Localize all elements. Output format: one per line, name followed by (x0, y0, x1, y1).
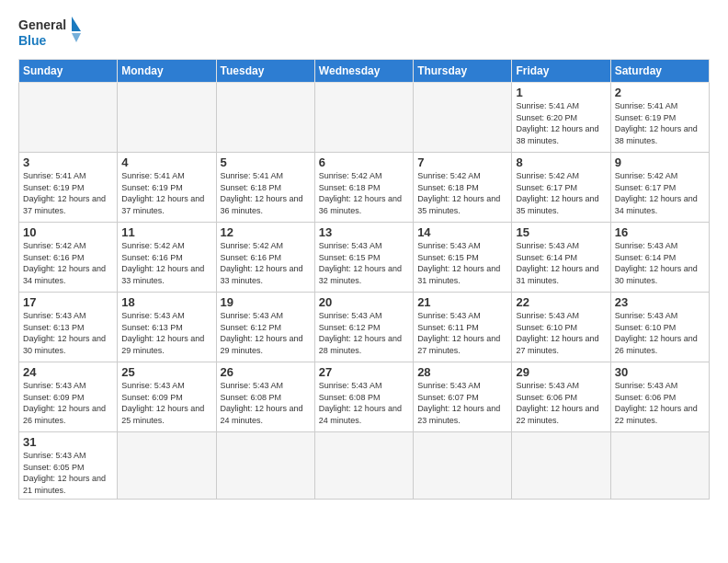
svg-marker-2 (72, 17, 81, 31)
day-number: 15 (516, 225, 606, 239)
day-info: Sunrise: 5:41 AM Sunset: 6:20 PM Dayligh… (516, 100, 606, 146)
calendar-day: 3Sunrise: 5:41 AM Sunset: 6:19 PM Daylig… (19, 153, 118, 223)
calendar-day: 12Sunrise: 5:42 AM Sunset: 6:16 PM Dayli… (216, 223, 314, 293)
day-number: 4 (121, 155, 211, 169)
day-number: 3 (23, 155, 113, 169)
calendar-day: 20Sunrise: 5:43 AM Sunset: 6:12 PM Dayli… (314, 293, 413, 362)
day-number: 20 (319, 295, 409, 309)
day-number: 21 (417, 295, 507, 309)
calendar-day: 31Sunrise: 5:43 AM Sunset: 6:05 PM Dayli… (19, 432, 118, 500)
day-info: Sunrise: 5:41 AM Sunset: 6:18 PM Dayligh… (221, 170, 311, 216)
day-info: Sunrise: 5:42 AM Sunset: 6:16 PM Dayligh… (121, 240, 211, 286)
calendar-day: 15Sunrise: 5:43 AM Sunset: 6:14 PM Dayli… (512, 223, 610, 293)
day-info: Sunrise: 5:43 AM Sunset: 6:13 PM Dayligh… (23, 310, 113, 356)
calendar-day (314, 83, 413, 153)
day-number: 28 (417, 365, 507, 379)
col-header-wednesday: Wednesday (314, 60, 413, 83)
day-number: 30 (615, 365, 705, 379)
calendar-day: 5Sunrise: 5:41 AM Sunset: 6:18 PM Daylig… (216, 153, 314, 223)
col-header-saturday: Saturday (610, 60, 709, 83)
day-info: Sunrise: 5:43 AM Sunset: 6:10 PM Dayligh… (615, 310, 705, 356)
calendar-week-row: 3Sunrise: 5:41 AM Sunset: 6:19 PM Daylig… (19, 153, 710, 223)
calendar-day: 26Sunrise: 5:43 AM Sunset: 6:08 PM Dayli… (216, 362, 314, 432)
calendar-header-row: SundayMondayTuesdayWednesdayThursdayFrid… (19, 60, 710, 83)
calendar-day: 14Sunrise: 5:43 AM Sunset: 6:15 PM Dayli… (414, 223, 512, 293)
col-header-monday: Monday (118, 60, 216, 83)
calendar-day: 17Sunrise: 5:43 AM Sunset: 6:13 PM Dayli… (19, 293, 118, 362)
day-info: Sunrise: 5:43 AM Sunset: 6:09 PM Dayligh… (121, 380, 211, 426)
day-number: 2 (615, 86, 705, 99)
calendar-day (610, 432, 709, 500)
day-info: Sunrise: 5:43 AM Sunset: 6:10 PM Dayligh… (516, 310, 606, 356)
calendar-day: 16Sunrise: 5:43 AM Sunset: 6:14 PM Dayli… (610, 223, 709, 293)
day-number: 29 (516, 365, 606, 379)
day-info: Sunrise: 5:41 AM Sunset: 6:19 PM Dayligh… (121, 170, 211, 216)
calendar-day: 21Sunrise: 5:43 AM Sunset: 6:11 PM Dayli… (414, 293, 512, 362)
calendar-day: 23Sunrise: 5:43 AM Sunset: 6:10 PM Dayli… (610, 293, 709, 362)
day-number: 24 (23, 365, 113, 379)
day-info: Sunrise: 5:43 AM Sunset: 6:05 PM Dayligh… (23, 450, 113, 496)
calendar-day (314, 432, 413, 500)
day-info: Sunrise: 5:42 AM Sunset: 6:17 PM Dayligh… (615, 170, 705, 216)
day-number: 17 (23, 295, 113, 309)
day-info: Sunrise: 5:42 AM Sunset: 6:16 PM Dayligh… (221, 240, 311, 286)
svg-text:General: General (18, 17, 66, 32)
day-info: Sunrise: 5:43 AM Sunset: 6:06 PM Dayligh… (516, 380, 606, 426)
calendar-week-row: 24Sunrise: 5:43 AM Sunset: 6:09 PM Dayli… (19, 362, 710, 432)
calendar-day: 4Sunrise: 5:41 AM Sunset: 6:19 PM Daylig… (118, 153, 216, 223)
day-info: Sunrise: 5:43 AM Sunset: 6:14 PM Dayligh… (516, 240, 606, 286)
calendar-day (118, 432, 216, 500)
calendar-day (216, 83, 314, 153)
calendar-day: 22Sunrise: 5:43 AM Sunset: 6:10 PM Dayli… (512, 293, 610, 362)
logo-svg: General Blue (18, 15, 83, 52)
day-info: Sunrise: 5:43 AM Sunset: 6:15 PM Dayligh… (319, 240, 409, 286)
calendar-week-row: 31Sunrise: 5:43 AM Sunset: 6:05 PM Dayli… (19, 432, 710, 500)
day-number: 12 (221, 225, 311, 239)
day-number: 1 (516, 86, 606, 99)
day-number: 19 (221, 295, 311, 309)
calendar-day: 27Sunrise: 5:43 AM Sunset: 6:08 PM Dayli… (314, 362, 413, 432)
day-info: Sunrise: 5:43 AM Sunset: 6:07 PM Dayligh… (417, 380, 507, 426)
day-number: 31 (23, 435, 113, 449)
day-number: 11 (121, 225, 211, 239)
calendar-day: 11Sunrise: 5:42 AM Sunset: 6:16 PM Dayli… (118, 223, 216, 293)
day-info: Sunrise: 5:42 AM Sunset: 6:18 PM Dayligh… (417, 170, 507, 216)
day-info: Sunrise: 5:41 AM Sunset: 6:19 PM Dayligh… (615, 100, 705, 146)
logo: General Blue (18, 15, 83, 52)
calendar-day (414, 432, 512, 500)
day-number: 16 (615, 225, 705, 239)
day-info: Sunrise: 5:43 AM Sunset: 6:14 PM Dayligh… (615, 240, 705, 286)
day-info: Sunrise: 5:43 AM Sunset: 6:12 PM Dayligh… (221, 310, 311, 356)
svg-marker-3 (72, 33, 81, 42)
day-number: 5 (221, 155, 311, 169)
col-header-tuesday: Tuesday (216, 60, 314, 83)
calendar-day: 13Sunrise: 5:43 AM Sunset: 6:15 PM Dayli… (314, 223, 413, 293)
day-number: 7 (417, 155, 507, 169)
calendar-day: 6Sunrise: 5:42 AM Sunset: 6:18 PM Daylig… (314, 153, 413, 223)
day-number: 25 (121, 365, 211, 379)
col-header-thursday: Thursday (414, 60, 512, 83)
header: General Blue (18, 15, 710, 52)
day-number: 26 (221, 365, 311, 379)
calendar-day: 7Sunrise: 5:42 AM Sunset: 6:18 PM Daylig… (414, 153, 512, 223)
calendar-day: 10Sunrise: 5:42 AM Sunset: 6:16 PM Dayli… (19, 223, 118, 293)
day-number: 22 (516, 295, 606, 309)
calendar-day: 29Sunrise: 5:43 AM Sunset: 6:06 PM Dayli… (512, 362, 610, 432)
day-info: Sunrise: 5:43 AM Sunset: 6:15 PM Dayligh… (417, 240, 507, 286)
day-number: 23 (615, 295, 705, 309)
day-info: Sunrise: 5:43 AM Sunset: 6:12 PM Dayligh… (319, 310, 409, 356)
calendar-day: 19Sunrise: 5:43 AM Sunset: 6:12 PM Dayli… (216, 293, 314, 362)
calendar-day: 1Sunrise: 5:41 AM Sunset: 6:20 PM Daylig… (512, 83, 610, 153)
day-number: 10 (23, 225, 113, 239)
calendar-day: 24Sunrise: 5:43 AM Sunset: 6:09 PM Dayli… (19, 362, 118, 432)
calendar-day (19, 83, 118, 153)
day-info: Sunrise: 5:43 AM Sunset: 6:09 PM Dayligh… (23, 380, 113, 426)
day-info: Sunrise: 5:41 AM Sunset: 6:19 PM Dayligh… (23, 170, 113, 216)
day-number: 6 (319, 155, 409, 169)
day-number: 18 (121, 295, 211, 309)
calendar-day: 25Sunrise: 5:43 AM Sunset: 6:09 PM Dayli… (118, 362, 216, 432)
calendar-week-row: 10Sunrise: 5:42 AM Sunset: 6:16 PM Dayli… (19, 223, 710, 293)
page: General Blue SundayMondayTuesdayWednesda… (0, 0, 728, 563)
day-info: Sunrise: 5:43 AM Sunset: 6:13 PM Dayligh… (121, 310, 211, 356)
day-info: Sunrise: 5:42 AM Sunset: 6:17 PM Dayligh… (516, 170, 606, 216)
